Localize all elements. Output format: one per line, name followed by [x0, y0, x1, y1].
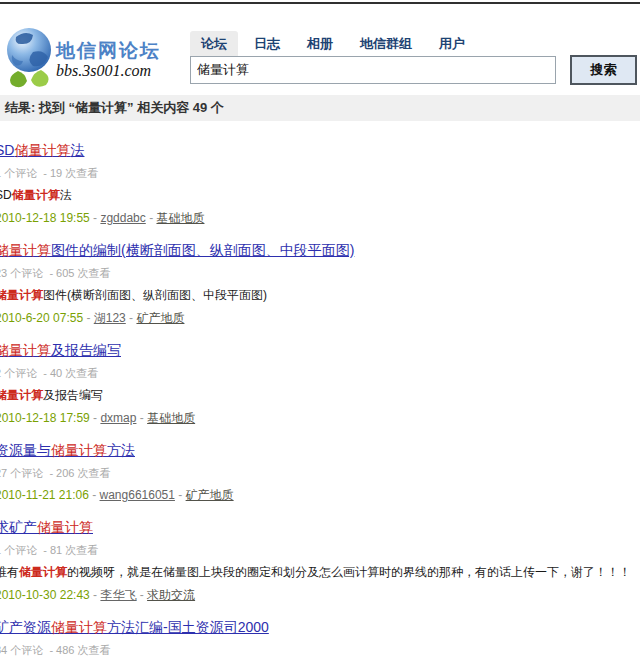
tab-album[interactable]: 相册: [296, 31, 344, 57]
brand-block: 地信网论坛 bbs.3s001.com: [56, 41, 161, 80]
search-result-item: SD储量计算法1 个评论 - 19 次查看SD储量计算法2010-12-18 1…: [0, 142, 640, 226]
text-segment[interactable]: 求矿产: [0, 519, 37, 535]
nav-tabs: 论坛日志相册地信群组用户: [190, 31, 481, 57]
result-title-link[interactable]: 储量计算图件的编制(横断剖面图、纵剖面图、中段平面图): [0, 242, 354, 258]
search-result-item: 求矿产储量计算1 个评论 - 81 次查看谁有储量计算的视频呀，就是在储量图上块…: [0, 519, 640, 603]
separator: -: [126, 311, 137, 325]
result-category-link[interactable]: 矿产地质: [186, 488, 234, 502]
results-list: SD储量计算法1 个评论 - 19 次查看SD储量计算法2010-12-18 1…: [0, 121, 640, 658]
separator: -: [90, 411, 101, 425]
result-author-link[interactable]: 湖123: [94, 311, 126, 325]
separator: -: [136, 588, 147, 602]
result-footline: 2010-11-21 21:06 - wang6616051 - 矿产地质: [0, 488, 640, 503]
separator: -: [89, 488, 100, 502]
result-footline: 2010-12-18 17:59 - dxmap - 基础地质: [0, 411, 640, 426]
highlight-keyword[interactable]: 储量计算: [51, 619, 107, 635]
result-author-link[interactable]: zgddabc: [100, 211, 145, 225]
text-segment: 谁有: [0, 565, 19, 579]
result-meta: 1 个评论 - 19 次查看: [0, 167, 640, 180]
highlight-keyword[interactable]: 储量计算: [0, 342, 51, 358]
result-category-link[interactable]: 矿产地质: [136, 311, 184, 325]
result-title: 资源量与储量计算方法: [0, 442, 640, 459]
result-title-link[interactable]: 矿产资源储量计算方法汇编-国土资源司2000: [0, 619, 269, 635]
text-segment[interactable]: 及报告编写: [51, 342, 121, 358]
result-date: 2010-11-21 21:06: [0, 488, 89, 502]
search-results-page: 地信网论坛 bbs.3s001.com 论坛日志相册地信群组用户 搜索 结果: …: [0, 0, 640, 658]
text-segment: 图件(横断剖面图、纵剖面图、中段平面图): [43, 288, 267, 302]
result-date: 2010-10-30 22:43: [0, 588, 90, 602]
text-segment: 法: [60, 188, 72, 202]
tab-users[interactable]: 用户: [428, 31, 476, 57]
text-segment: 的视频呀，就是在储量图上块段的圈定和划分及怎么画计算时的界线的那种，有的话上传一…: [67, 565, 631, 579]
separator: -: [90, 211, 101, 225]
result-meta: 1 个评论 - 81 次查看: [0, 544, 640, 557]
result-snippet: 储量计算图件(横断剖面图、纵剖面图、中段平面图): [0, 288, 640, 303]
highlight-keyword: 储量计算: [19, 565, 67, 579]
result-count-text: 结果: 找到 “储量计算” 相关内容 49 个: [5, 100, 224, 115]
search-result-item: 矿产资源储量计算方法汇编-国土资源司200084 个评论 - 486 次查看: [0, 619, 640, 657]
site-logo[interactable]: [4, 25, 54, 89]
result-category-link[interactable]: 基础地质: [147, 411, 195, 425]
result-meta: 23 个评论 - 605 次查看: [0, 267, 640, 280]
text-segment[interactable]: 资源量与: [0, 442, 51, 458]
result-author-link[interactable]: 李华飞: [100, 588, 136, 602]
separator: -: [83, 311, 94, 325]
result-title-link[interactable]: 资源量与储量计算方法: [0, 442, 135, 458]
highlight-keyword: 储量计算: [12, 188, 60, 202]
text-segment[interactable]: 图件的编制(横断剖面图、纵剖面图、中段平面图): [51, 242, 354, 258]
result-title: SD储量计算法: [0, 142, 640, 159]
result-author-link[interactable]: dxmap: [100, 411, 136, 425]
result-footline: 2010-12-18 19:55 - zgddabc - 基础地质: [0, 211, 640, 226]
site-domain: bbs.3s001.com: [56, 62, 161, 80]
result-category-link[interactable]: 求助交流: [147, 588, 195, 602]
tab-groups[interactable]: 地信群组: [349, 31, 423, 57]
text-segment[interactable]: 方法: [107, 442, 135, 458]
result-title: 求矿产储量计算: [0, 519, 640, 536]
search-result-item: 储量计算及报告编写2 个评论 - 40 次查看储量计算及报告编写2010-12-…: [0, 342, 640, 426]
result-title-link[interactable]: SD储量计算法: [0, 142, 84, 158]
result-title-link[interactable]: 储量计算及报告编写: [0, 342, 121, 358]
highlight-keyword[interactable]: 储量计算: [0, 242, 51, 258]
separator: -: [146, 211, 157, 225]
text-segment[interactable]: 法: [70, 142, 84, 158]
result-footline: 2010-10-30 22:43 - 李华飞 - 求助交流: [0, 588, 640, 603]
highlight-keyword[interactable]: 储量计算: [14, 142, 70, 158]
result-meta: 84 个评论 - 486 次查看: [0, 644, 640, 657]
text-segment[interactable]: 矿产资源: [0, 619, 51, 635]
result-title: 储量计算图件的编制(横断剖面图、纵剖面图、中段平面图): [0, 242, 640, 259]
result-title: 矿产资源储量计算方法汇编-国土资源司2000: [0, 619, 640, 636]
result-title-link[interactable]: 求矿产储量计算: [0, 519, 93, 535]
text-segment: 及报告编写: [43, 388, 103, 402]
search-result-item: 资源量与储量计算方法27 个评论 - 206 次查看2010-11-21 21:…: [0, 442, 640, 503]
highlight-keyword[interactable]: 储量计算: [51, 442, 107, 458]
result-count-bar: 结果: 找到 “储量计算” 相关内容 49 个: [0, 95, 640, 121]
result-meta: 27 个评论 - 206 次查看: [0, 467, 640, 480]
result-author-link[interactable]: wang6616051: [100, 488, 175, 502]
result-footline: 2010-6-20 07:55 - 湖123 - 矿产地质: [0, 311, 640, 326]
highlight-keyword: 储量计算: [0, 388, 43, 402]
highlight-keyword: 储量计算: [0, 288, 43, 302]
tab-forum[interactable]: 论坛: [190, 31, 238, 57]
text-segment[interactable]: SD: [0, 142, 14, 158]
result-snippet: SD储量计算法: [0, 188, 640, 203]
result-meta: 2 个评论 - 40 次查看: [0, 367, 640, 380]
result-date: 2010-12-18 19:55: [0, 211, 90, 225]
highlight-keyword[interactable]: 储量计算: [37, 519, 93, 535]
text-segment: SD: [0, 188, 12, 202]
separator: -: [90, 588, 101, 602]
separator: -: [175, 488, 186, 502]
globe-logo-icon: [4, 25, 54, 89]
search-result-item: 储量计算图件的编制(横断剖面图、纵剖面图、中段平面图)23 个评论 - 605 …: [0, 242, 640, 326]
search-button[interactable]: 搜索: [570, 55, 637, 85]
search-input[interactable]: [190, 56, 556, 84]
top-divider: [0, 2, 640, 4]
result-snippet: 储量计算及报告编写: [0, 388, 640, 403]
result-date: 2010-12-18 17:59: [0, 411, 90, 425]
tab-blog[interactable]: 日志: [243, 31, 291, 57]
site-title: 地信网论坛: [56, 41, 161, 61]
text-segment[interactable]: 方法汇编-国土资源司2000: [107, 619, 269, 635]
result-date: 2010-6-20 07:55: [0, 311, 83, 325]
result-category-link[interactable]: 基础地质: [156, 211, 204, 225]
separator: -: [136, 411, 147, 425]
result-title: 储量计算及报告编写: [0, 342, 640, 359]
